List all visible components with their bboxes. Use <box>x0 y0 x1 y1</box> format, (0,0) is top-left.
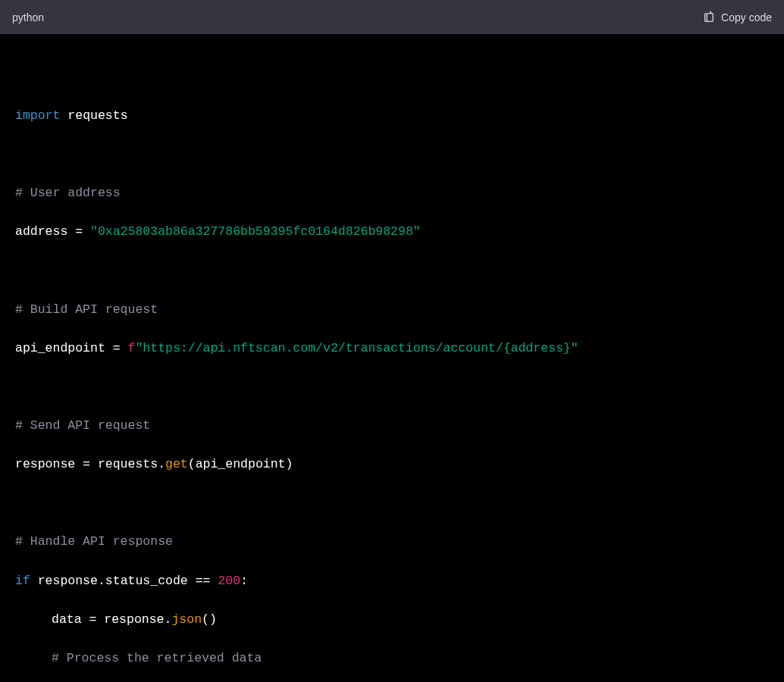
code-line: # Build API request <box>15 300 769 320</box>
function-call: get <box>165 457 188 471</box>
code-line: ​ <box>15 377 769 397</box>
code-header: python Copy code <box>0 0 784 34</box>
code-line: api_endpoint = f"https://api.nftscan.com… <box>15 339 769 358</box>
keyword-if: if <box>15 574 30 588</box>
fstring-brace: } <box>563 341 571 355</box>
code-line: # Send API request <box>15 416 769 436</box>
svg-rect-0 <box>707 13 713 21</box>
comment: # Process the retrieved data <box>52 651 262 665</box>
code-line: address = "0xa25803ab86a327786bb59395fc0… <box>15 222 769 242</box>
code-line: ​ <box>15 261 769 280</box>
code-line: # Process the retrieved data <box>15 649 769 668</box>
code-text: response.status_code == <box>30 574 218 588</box>
code-text: data = response. <box>52 612 171 627</box>
code-line: ​ <box>15 493 769 513</box>
comment: # Send API request <box>15 418 150 433</box>
code-line: ​ <box>15 67 769 87</box>
language-label: python <box>12 11 44 23</box>
code-line: # Handle API response <box>15 532 769 552</box>
module-name: requests <box>60 108 127 123</box>
comment: # Handle API response <box>15 534 173 549</box>
fstring-brace: { <box>503 341 511 355</box>
copy-code-label: Copy code <box>721 11 772 23</box>
string-literal: "0xa25803ab86a327786bb59395fc0164d826b98… <box>90 224 421 239</box>
code-text: response = requests. <box>15 457 165 471</box>
function-call: json <box>171 612 202 627</box>
code-block[interactable]: ​ import requests ​ # User address addre… <box>0 34 784 682</box>
code-text: () <box>202 612 217 627</box>
assignment: address = <box>15 224 90 239</box>
fstring-prefix: f <box>128 341 136 355</box>
code-line: import requests <box>15 106 769 126</box>
copy-code-button[interactable]: Copy code <box>703 11 772 23</box>
code-text: (api_endpoint) <box>188 457 293 471</box>
clipboard-icon <box>703 11 715 23</box>
fstring-expression: address <box>511 341 563 355</box>
comment: # User address <box>15 186 121 200</box>
colon: : <box>240 574 248 588</box>
assignment: api_endpoint = <box>15 341 128 355</box>
number-literal: 200 <box>218 574 240 588</box>
string-literal: " <box>571 341 579 355</box>
string-literal: "https://api.nftscan.com/v2/transactions… <box>135 341 503 355</box>
code-line: data = response.json() <box>15 610 769 630</box>
code-line: # User address <box>15 183 769 203</box>
keyword-import: import <box>15 108 60 123</box>
comment: # Build API request <box>15 302 158 317</box>
code-line: ​ <box>15 145 769 164</box>
code-line: if response.status_code == 200: <box>15 571 769 591</box>
code-line: response = requests.get(api_endpoint) <box>15 455 769 474</box>
